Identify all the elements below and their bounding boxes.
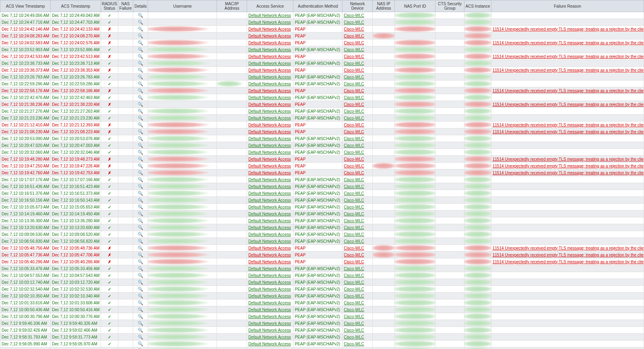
table-row[interactable]: Dec 7,12 10:23:38.733 AMDec 7,12 10:23:3… [0,60,644,67]
table-row[interactable]: Dec 7,12 10:02:32.540 AMDec 7,12 10:02:3… [0,286,644,293]
col-view-timestamp[interactable]: ACS View Timestamp [0,0,51,12]
failure-reason-link[interactable]: 11514 Unexpectedly received empty TLS me… [493,123,644,127]
network-device-link[interactable]: Cisco-WLC [344,219,364,223]
access-service-link[interactable]: Default Network Access [248,20,291,25]
access-service-link[interactable]: Default Network Access [248,150,291,155]
table-row[interactable]: Dec 7,12 10:19:47.250 AMDec 7,12 10:19:4… [0,163,644,169]
access-service-link[interactable]: Default Network Access [248,116,291,120]
access-service-link[interactable]: Default Network Access [248,225,291,230]
table-row[interactable]: Dec 7,12 10:21:08.230 AMDec 7,12 10:21:0… [0,128,644,135]
access-service-link[interactable]: Default Network Access [248,68,291,72]
network-device-link[interactable]: Cisco-WLC [344,61,364,66]
table-row[interactable]: Dec 7,12 9:55:49.150 AMDec 7,12 9:55:49.… [0,347,644,349]
network-device-link[interactable]: Cisco-WLC [344,232,364,237]
failure-reason-link[interactable]: 11514 Unexpectedly received empty TLS me… [493,89,644,93]
access-service-link[interactable]: Default Network Access [248,219,291,223]
details-icon[interactable]: 🔍 [133,252,148,258]
details-icon[interactable]: 🔍 [133,67,148,74]
network-device-link[interactable]: Cisco-WLC [344,335,364,339]
network-device-link[interactable]: Cisco-WLC [344,54,364,59]
table-row[interactable]: Dec 7,12 10:23:26.793 AMDec 7,12 10:23:2… [0,74,644,81]
details-icon[interactable]: 🔍 [133,33,148,39]
col-nas-ip[interactable]: NAS IP Address [372,0,395,12]
details-icon[interactable]: 🔍 [133,12,148,19]
details-icon[interactable]: 🔍 [133,238,148,245]
access-service-link[interactable]: Default Network Access [248,328,291,332]
network-device-link[interactable]: Cisco-WLC [344,266,364,271]
access-service-link[interactable]: Default Network Access [248,47,291,52]
access-service-link[interactable]: Default Network Access [248,157,291,161]
details-icon[interactable]: 🔍 [133,286,148,293]
failure-reason-link[interactable]: 11514 Unexpectedly received empty TLS me… [493,27,644,31]
network-device-link[interactable]: Cisco-WLC [344,314,364,319]
details-icon[interactable]: 🔍 [133,265,148,272]
network-device-link[interactable]: Cisco-WLC [344,136,364,141]
details-icon[interactable]: 🔍 [133,217,148,224]
network-device-link[interactable]: Cisco-WLC [344,294,364,298]
access-service-link[interactable]: Default Network Access [248,212,291,216]
access-service-link[interactable]: Default Network Access [248,260,291,264]
details-icon[interactable]: 🔍 [133,204,148,211]
access-service-link[interactable]: Default Network Access [248,198,291,202]
network-device-link[interactable]: Cisco-WLC [344,109,364,114]
network-device-link[interactable]: Cisco-WLC [344,102,364,107]
table-row[interactable]: Dec 7,12 10:20:32.060 AMDec 7,12 10:20:3… [0,149,644,156]
access-service-link[interactable]: Default Network Access [248,294,291,298]
access-service-link[interactable]: Default Network Access [248,314,291,319]
network-device-link[interactable]: Cisco-WLC [344,308,364,312]
col-username[interactable]: Username [148,0,217,12]
failure-reason-link[interactable]: 11514 Unexpectedly received empty TLS me… [493,54,644,59]
failure-reason-link[interactable]: 11514 Unexpectedly received empty TLS me… [493,102,644,107]
network-device-link[interactable]: Cisco-WLC [344,225,364,230]
failure-reason-link[interactable]: 11514 Unexpectedly received empty TLS me… [493,253,644,257]
details-icon[interactable]: 🔍 [133,53,148,60]
network-device-link[interactable]: Cisco-WLC [344,205,364,209]
details-icon[interactable]: 🔍 [133,74,148,81]
access-service-link[interactable]: Default Network Access [248,82,291,86]
table-row[interactable]: Dec 7,12 10:21:12.410 AMDec 7,12 10:21:1… [0,122,644,128]
access-service-link[interactable]: Default Network Access [248,280,291,285]
details-icon[interactable]: 🔍 [133,149,148,156]
table-row[interactable]: Dec 7,12 10:13:20.630 AMDec 7,12 10:13:2… [0,224,644,231]
network-device-link[interactable]: Cisco-WLC [344,328,364,332]
network-device-link[interactable]: Cisco-WLC [344,212,364,216]
access-service-link[interactable]: Default Network Access [248,75,291,79]
network-device-link[interactable]: Cisco-WLC [344,68,364,72]
network-device-link[interactable]: Cisco-WLC [344,301,364,305]
network-device-link[interactable]: Cisco-WLC [344,47,364,52]
network-device-link[interactable]: Cisco-WLC [344,123,364,127]
access-service-link[interactable]: Default Network Access [248,266,291,271]
table-row[interactable]: Dec 7,12 10:20:47.020 AMDec 7,12 10:20:4… [0,142,644,149]
table-row[interactable]: Dec 7,12 10:00:50.436 AMDec 7,12 10:00:5… [0,306,644,313]
details-icon[interactable]: 🔍 [133,176,148,183]
table-row[interactable]: Dec 7,12 10:24:02.583 AMDec 7,12 10:24:0… [0,39,644,46]
failure-reason-link[interactable]: 11514 Unexpectedly received empty TLS me… [493,130,644,134]
table-row[interactable]: Dec 7,12 10:20:53.090 AMDec 7,12 10:20:5… [0,135,644,142]
col-cts-group[interactable]: CTS Security Group [435,0,464,12]
access-service-link[interactable]: Default Network Access [248,95,291,100]
table-row[interactable]: Dec 7,12 10:21:38.236 AMDec 7,12 10:21:3… [0,101,644,108]
network-device-link[interactable]: Cisco-WLC [344,260,364,264]
network-device-link[interactable]: Cisco-WLC [344,184,364,189]
details-icon[interactable]: 🔍 [133,108,148,115]
access-service-link[interactable]: Default Network Access [248,342,291,346]
table-row[interactable]: Dec 7,12 10:22:58.176 AMDec 7,12 10:22:5… [0,87,644,94]
failure-reason-link[interactable]: 11514 Unexpectedly received empty TLS me… [493,41,644,45]
network-device-link[interactable]: Cisco-WLC [344,143,364,148]
network-device-link[interactable]: Cisco-WLC [344,34,364,38]
col-acs-instance[interactable]: ACS Instance [464,0,491,12]
details-icon[interactable]: 🔍 [133,101,148,108]
details-icon[interactable]: 🔍 [133,299,148,306]
col-details[interactable]: Details [133,0,148,12]
access-service-link[interactable]: Default Network Access [248,136,291,141]
access-service-link[interactable]: Default Network Access [248,27,291,31]
access-service-link[interactable]: Default Network Access [248,287,291,291]
table-row[interactable]: Dec 7,12 10:16:51.376 AMDec 7,12 10:16:5… [0,190,644,197]
details-icon[interactable]: 🔍 [133,347,148,349]
failure-reason-link[interactable]: 11514 Unexpectedly received empty TLS me… [493,68,644,72]
details-icon[interactable]: 🔍 [133,293,148,299]
network-device-link[interactable]: Cisco-WLC [344,13,364,18]
table-row[interactable]: Dec 7,12 10:05:47.736 AMDec 7,12 10:05:4… [0,252,644,258]
table-row[interactable]: Dec 7,12 10:05:40.296 AMDec 7,12 10:05:4… [0,258,644,265]
details-icon[interactable]: 🔍 [133,327,148,334]
